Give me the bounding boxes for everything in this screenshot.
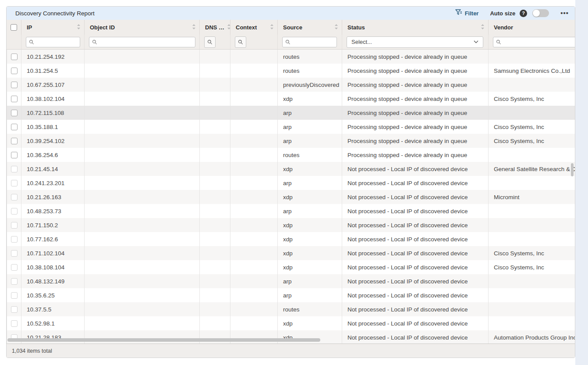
- select-all-checkbox[interactable]: [11, 24, 17, 31]
- cell-dns: [199, 148, 230, 162]
- table-row[interactable]: 10.36.254.6routesProcessing stopped - de…: [7, 148, 575, 162]
- table-row[interactable]: 10.21.254.192routesProcessing stopped - …: [7, 50, 575, 64]
- row-checkbox[interactable]: [11, 152, 18, 158]
- cell-dns: [199, 232, 230, 246]
- column-header-context[interactable]: Context: [230, 20, 277, 35]
- cell-source: xdp: [277, 232, 342, 246]
- cell-source: arp: [277, 134, 342, 148]
- table-row[interactable]: 10.21.45.14xdpNot processed - Local IP o…: [7, 162, 575, 176]
- table-row[interactable]: 10.21.26.163xdpNot processed - Local IP …: [7, 190, 575, 204]
- table-row[interactable]: 10.38.108.104xdpNot processed - Local IP…: [7, 260, 575, 274]
- cell-object-id: [84, 162, 199, 176]
- source-filter-input[interactable]: [282, 37, 337, 47]
- auto-size-toggle[interactable]: [532, 9, 549, 17]
- table-row[interactable]: 10.35.188.1arpProcessing stopped - devic…: [7, 120, 575, 134]
- table-row[interactable]: 10.71.150.2xdpNot processed - Local IP o…: [7, 218, 575, 232]
- cell-vendor: General Satellite Research & Deve: [488, 162, 575, 176]
- filter-button[interactable]: Filter: [455, 9, 479, 17]
- cell-source: xdp: [277, 260, 342, 274]
- cell-dns: [199, 246, 230, 260]
- column-label-source: Source: [283, 24, 302, 31]
- column-label-dns: DNS …: [205, 24, 224, 31]
- ip-filter-input[interactable]: [26, 37, 80, 47]
- column-header-vendor[interactable]: Vendor: [488, 20, 575, 35]
- cell-status: Not processed - Local IP of discovered d…: [342, 204, 488, 218]
- cell-dns: [199, 330, 230, 344]
- cell-object-id: [84, 204, 199, 218]
- table-row[interactable]: 10.52.98.1xdpNot processed - Local IP of…: [7, 316, 575, 330]
- row-checkbox[interactable]: [11, 82, 18, 88]
- row-checkbox[interactable]: [11, 54, 18, 60]
- cell-dns: [199, 260, 230, 274]
- column-header-status[interactable]: Status: [342, 20, 488, 35]
- horizontal-scrollbar[interactable]: [7, 338, 320, 342]
- table-row[interactable]: 10.38.102.104xdpProcessing stopped - dev…: [7, 92, 575, 106]
- object-id-filter-input[interactable]: [89, 37, 195, 47]
- cell-source: arp: [277, 106, 342, 120]
- sort-icon[interactable]: [481, 24, 485, 31]
- cell-status: Not processed - Local IP of discovered d…: [342, 232, 488, 246]
- cell-dns: [199, 120, 230, 134]
- cell-source: xdp: [277, 92, 342, 106]
- table-row[interactable]: 10.72.115.108arpProcessing stopped - dev…: [7, 106, 575, 120]
- cell-status: Not processed - Local IP of discovered d…: [342, 190, 488, 204]
- table-row[interactable]: 10.48.132.149arpNot processed - Local IP…: [7, 274, 575, 288]
- table-row[interactable]: 10.31.254.5routesProcessing stopped - de…: [7, 64, 575, 78]
- cell-dns: [199, 50, 230, 64]
- column-header-dns[interactable]: DNS …: [199, 20, 230, 35]
- row-checkbox[interactable]: [11, 110, 18, 116]
- row-checkbox-cell: [7, 64, 21, 78]
- vendor-filter-input[interactable]: [493, 37, 575, 47]
- column-label-context: Context: [236, 24, 257, 31]
- cell-object-id: [84, 50, 199, 64]
- sort-icon[interactable]: [227, 24, 230, 31]
- status-filter-select[interactable]: Select...: [347, 36, 483, 48]
- cell-vendor: Automation Products Group Inc.: [488, 330, 575, 344]
- cell-source: xdp: [277, 190, 342, 204]
- dns-search-button[interactable]: [204, 36, 216, 48]
- row-checkbox[interactable]: [11, 138, 18, 144]
- cell-dns: [199, 162, 230, 176]
- row-checkbox[interactable]: [11, 124, 18, 130]
- row-checkbox-cell: [7, 218, 21, 232]
- cell-object-id: [84, 78, 199, 92]
- table-row[interactable]: 10.241.23.201arpNot processed - Local IP…: [7, 176, 575, 190]
- column-label-vendor: Vendor: [494, 24, 513, 31]
- table-row[interactable]: 10.35.6.25arpNot processed - Local IP of…: [7, 288, 575, 302]
- row-checkbox-cell: [7, 246, 21, 260]
- column-header-ip[interactable]: IP: [21, 20, 84, 35]
- vertical-scrollbar[interactable]: [571, 163, 574, 176]
- table-row[interactable]: 10.67.255.107previouslyDiscoveredProcess…: [7, 78, 575, 92]
- row-checkbox[interactable]: [11, 68, 18, 74]
- cell-ip: 10.241.23.201: [21, 176, 84, 190]
- table-row[interactable]: 10.77.162.6xdpNot processed - Local IP o…: [7, 232, 575, 246]
- filter-cell-context: [230, 35, 277, 49]
- table-row[interactable]: 10.71.102.104xdpNot processed - Local IP…: [7, 246, 575, 260]
- sort-icon[interactable]: [192, 24, 196, 31]
- cell-vendor: [488, 204, 575, 218]
- cell-dns: [199, 176, 230, 190]
- sort-icon[interactable]: [270, 24, 274, 31]
- row-checkbox: [11, 222, 18, 229]
- more-options-icon[interactable]: •••: [560, 11, 569, 15]
- cell-context: [230, 162, 277, 176]
- page-background-strip: [575, 0, 588, 365]
- row-checkbox: [11, 208, 18, 215]
- cell-source: routes: [277, 64, 342, 78]
- cell-ip: 10.35.6.25: [21, 288, 84, 302]
- sort-icon[interactable]: [334, 24, 338, 31]
- cell-source: routes: [277, 302, 342, 316]
- column-header-source[interactable]: Source: [277, 20, 342, 35]
- table-row[interactable]: 10.37.5.5routesNot processed - Local IP …: [7, 302, 575, 316]
- row-checkbox[interactable]: [11, 96, 18, 102]
- cell-dns: [199, 218, 230, 232]
- cell-context: [230, 316, 277, 330]
- column-header-object-id[interactable]: Object ID: [84, 20, 199, 35]
- table-row[interactable]: 10.21.28.183xdpNot processed - Local IP …: [7, 330, 575, 344]
- cell-context: [230, 120, 277, 134]
- table-row[interactable]: 10.48.253.73arpNot processed - Local IP …: [7, 204, 575, 218]
- context-search-button[interactable]: [235, 36, 246, 48]
- table-row[interactable]: 10.39.254.102arpProcessing stopped - dev…: [7, 134, 575, 148]
- sort-icon[interactable]: [77, 24, 81, 31]
- help-icon[interactable]: ?: [520, 10, 527, 17]
